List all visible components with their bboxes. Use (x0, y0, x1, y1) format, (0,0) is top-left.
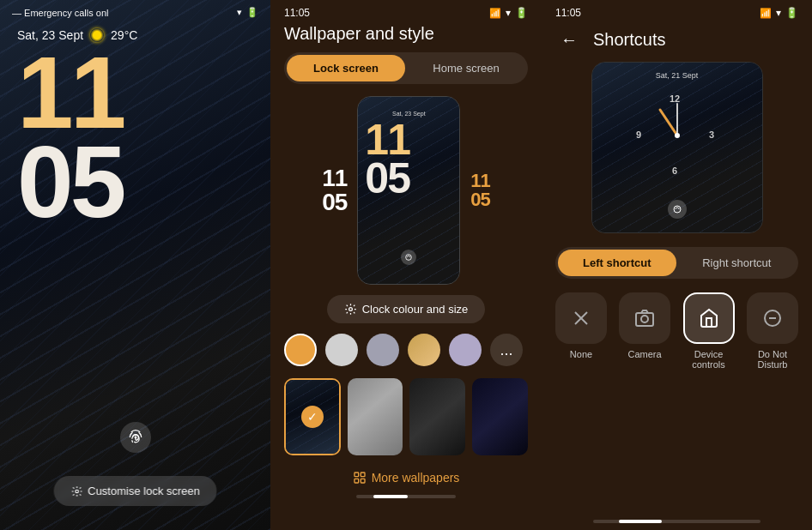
shortcut-device-controls-label: Device controls (682, 349, 735, 370)
wallpaper-thumb-2[interactable] (348, 378, 403, 455)
tab-home-screen[interactable]: Home screen (407, 55, 525, 81)
svg-rect-4 (354, 473, 359, 477)
color-option-lavender[interactable] (449, 334, 482, 366)
clock-preview-area: 11 05 Sat, 23 Sept 11 05 11 05 (270, 96, 542, 285)
svg-point-15 (674, 206, 681, 213)
status-icons: ▾ 🔋 (237, 7, 258, 18)
color-option-golden[interactable] (408, 334, 440, 366)
wallpaper-thumb-4[interactable] (472, 378, 528, 455)
shortcut-camera[interactable]: Camera (619, 292, 670, 370)
more-wallpapers-button[interactable]: More wallpapers (349, 467, 464, 488)
svg-line-12 (660, 110, 677, 136)
emergency-text: — Emergency calls onl (12, 8, 109, 18)
scroll-indicator (356, 495, 456, 498)
fingerprint-icon[interactable] (120, 422, 151, 453)
wifi-icon: ▾ (237, 7, 242, 18)
lock-screen-clock: 11 05 (0, 49, 270, 227)
svg-rect-7 (361, 479, 365, 483)
svg-text:6: 6 (671, 166, 676, 176)
lock-screen-panel: — Emergency calls onl ▾ 🔋 Sat, 23 Sept 2… (0, 0, 270, 530)
clock-minute: 05 (17, 138, 123, 227)
svg-text:9: 9 (635, 129, 640, 140)
p2-wifi-icon: ▾ (506, 7, 511, 19)
status-bar-panel3: 11:05 📶 ▾ 🔋 (542, 0, 812, 22)
shortcut-device-controls-icon (683, 292, 735, 344)
wallpaper-tabs: Lock screen Home screen (284, 52, 528, 84)
shortcuts-preview: Sat, 21 Sept 12 3 6 9 (591, 62, 763, 233)
tab-right-shortcut[interactable]: Right shortcut (678, 250, 797, 276)
tab-left-shortcut[interactable]: Left shortcut (558, 250, 676, 276)
svg-rect-6 (354, 479, 359, 483)
svg-point-1 (75, 490, 78, 493)
p3-wifi-icon: ▾ (776, 7, 781, 19)
wallpaper-thumb-1[interactable]: ✓ (284, 378, 341, 455)
p3-battery-icon: 🔋 (785, 7, 798, 19)
phone-fingerprint-icon (401, 250, 416, 265)
more-colors-button[interactable]: ... (490, 334, 523, 366)
preview-date: Sat, 21 Sept (592, 71, 762, 80)
svg-point-3 (348, 308, 352, 311)
wallpaper-style-panel: 11:05 📶 ▾ 🔋 Wallpaper and style Lock scr… (270, 0, 542, 530)
color-option-orange[interactable] (284, 334, 317, 366)
color-option-grey[interactable] (325, 334, 358, 366)
color-option-blue-grey[interactable] (367, 334, 399, 366)
phone-preview-clock: 11 05 (365, 121, 409, 198)
svg-point-14 (675, 133, 680, 138)
analog-clock: 12 3 6 9 (630, 88, 724, 183)
customise-lock-screen-button[interactable]: Customise lock screen (53, 476, 217, 506)
scroll-indicator (593, 520, 760, 523)
small-clock-right: 11 05 (470, 172, 489, 209)
p3-time: 11:05 (555, 7, 581, 19)
p2-battery-icon: 🔋 (515, 7, 528, 19)
shortcut-none-label: None (570, 349, 592, 359)
shortcut-dnd-label: Do Not Disturb (747, 349, 798, 370)
scroll-thumb (373, 495, 408, 498)
scroll-thumb (619, 520, 662, 523)
color-picker-row: ... (270, 334, 542, 366)
shortcut-camera-icon (619, 292, 670, 344)
wallpaper-thumb-3[interactable] (409, 378, 465, 455)
shortcuts-grid: None Camera Device controls (542, 292, 812, 370)
shortcut-device-controls[interactable]: Device controls (682, 292, 735, 370)
wallpaper-thumbnails: ✓ (270, 378, 542, 455)
status-bar-panel2: 11:05 📶 ▾ 🔋 (270, 0, 542, 22)
p2-signal-icon: 📶 (489, 8, 501, 19)
shortcut-none[interactable]: None (555, 292, 607, 370)
tab-lock-screen[interactable]: Lock screen (287, 55, 405, 81)
p2-time: 11:05 (284, 7, 310, 19)
back-button[interactable]: ← (555, 26, 583, 53)
phone-preview: Sat, 23 Sept 11 05 (357, 96, 460, 285)
battery-icon: 🔋 (246, 7, 258, 18)
clock-colour-size-button[interactable]: Clock colour and size (327, 295, 486, 323)
shortcut-none-icon (555, 292, 607, 344)
svg-rect-5 (361, 473, 365, 477)
svg-point-2 (406, 255, 412, 261)
svg-text:3: 3 (708, 129, 713, 140)
preview-fingerprint-icon (668, 200, 687, 219)
svg-text:12: 12 (669, 93, 679, 104)
shortcut-camera-label: Camera (627, 349, 661, 359)
shortcut-do-not-disturb[interactable]: Do Not Disturb (747, 292, 798, 370)
shortcut-dnd-icon (747, 292, 798, 344)
small-clock-left: 11 05 (322, 166, 347, 214)
shortcuts-header: ← Shortcuts (542, 22, 812, 62)
status-bar-panel1: — Emergency calls onl ▾ 🔋 (0, 0, 270, 21)
p3-signal-icon: 📶 (760, 8, 772, 19)
shortcuts-title: Shortcuts (593, 30, 665, 50)
svg-point-19 (641, 316, 648, 322)
shortcuts-panel: 11:05 📶 ▾ 🔋 ← Shortcuts Sat, 21 Sept 12 … (542, 0, 812, 530)
shortcut-tabs: Left shortcut Right shortcut (555, 247, 798, 279)
wallpaper-title: Wallpaper and style (270, 22, 542, 52)
